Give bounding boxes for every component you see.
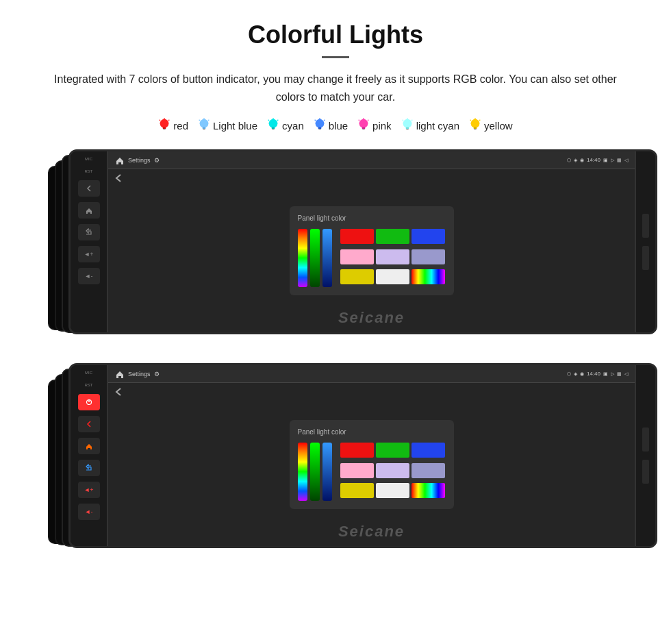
vol-up-b[interactable]: ◄+ (78, 482, 100, 498)
svg-rect-7 (203, 127, 206, 129)
svg-line-4 (160, 120, 160, 121)
return-b-icon (85, 464, 93, 472)
right-tab-1 (642, 214, 649, 238)
screen-icon: ▦ (617, 158, 622, 163)
svg-point-30 (403, 119, 412, 128)
svg-line-40 (470, 120, 471, 121)
svg-line-34 (402, 120, 403, 121)
vol-down-button[interactable]: ◄- (78, 268, 100, 284)
home-button-b[interactable] (78, 438, 100, 454)
swatch-b-yellow[interactable] (340, 483, 374, 498)
return-icon (85, 228, 93, 236)
swatch-b-rainbow[interactable] (412, 483, 445, 498)
cyan-bulb-icon (267, 118, 279, 133)
main-device-bottom: MIC RST (68, 363, 657, 548)
screen-content-top: Panel light color (108, 169, 635, 332)
svg-rect-25 (362, 127, 366, 129)
status-icons-right: ⬡ ◈ ◉ 14:40 ▣ ▷ ▦ ◁ (567, 157, 628, 163)
nav-back-icon (114, 173, 123, 183)
home-button[interactable] (78, 202, 100, 219)
svg-rect-38 (474, 129, 477, 129)
back-button-b[interactable] (78, 416, 100, 432)
swatch-b-green[interactable] (376, 443, 409, 458)
color-label-pink: pink (372, 120, 392, 132)
wifi-icon: ◈ (574, 158, 577, 163)
color-item-pink: pink (357, 118, 392, 133)
screen-main: Settings ⚙ ⬡ ◈ ◉ 14:40 ▣ ▷ ▦ (108, 151, 635, 332)
back-nav-arrow[interactable] (114, 173, 123, 186)
back-button[interactable] (78, 180, 100, 197)
back-arrow-icon (85, 184, 93, 193)
lightblue-bulb-icon (198, 118, 210, 133)
vol-up-b-icon: ◄+ (84, 486, 93, 493)
mic-label-b: MIC (85, 371, 92, 375)
color-item-lightcyan: light cyan (401, 118, 459, 133)
top-device-group: MIC RST ◄+ (14, 149, 657, 348)
gps-icon: ◉ (580, 158, 584, 163)
status-icons-b: ⬡ ◈ ◉ 14:40 ▣ ▷ ▦ ◁ (567, 371, 628, 377)
color-item-yellow: yellow (469, 118, 513, 133)
tune-b-icon: ⚙ (154, 371, 160, 377)
right-tab-2 (642, 246, 649, 270)
lightcyan-bulb-icon (401, 118, 414, 133)
svg-rect-31 (405, 127, 409, 129)
red-bulb-icon (158, 118, 170, 133)
nav-back-b-icon (114, 387, 123, 397)
vol-up-button[interactable]: ◄+ (78, 246, 100, 262)
time-display: 14:40 (587, 157, 600, 163)
scr-b-icon: ▦ (617, 371, 622, 377)
svg-point-0 (160, 119, 169, 128)
swatch-lavender[interactable] (376, 249, 409, 264)
panel-light-ui: Panel light color (290, 206, 454, 295)
right-tab-b1 (642, 428, 649, 451)
svg-line-41 (479, 120, 480, 121)
svg-point-6 (200, 119, 209, 128)
back-nav-arrow-b[interactable] (114, 387, 123, 399)
screen-content-bottom: Panel light color (108, 383, 635, 546)
swatch-blue[interactable] (412, 229, 445, 244)
settings-label-b: Settings (128, 371, 151, 377)
vol-down-b[interactable]: ◄- (78, 504, 100, 520)
android-back-button[interactable] (78, 224, 100, 240)
home-icon (85, 206, 93, 214)
swatch-b-pink[interactable] (340, 463, 374, 478)
right-button-panel-bottom (635, 365, 655, 546)
page-container: Colorful Lights Integrated with 7 colors… (0, 0, 671, 584)
vol-icon: ▷ (611, 158, 614, 163)
yellow-bulb-icon (469, 118, 481, 133)
return-button-b[interactable] (78, 460, 100, 476)
swatch-b-red[interactable] (340, 443, 374, 458)
back-arrow-b-icon (85, 420, 93, 428)
color-label-lightblue: Light blue (213, 120, 257, 132)
swatch-white[interactable] (376, 269, 409, 284)
panel-ui-title-b: Panel light color (298, 428, 446, 436)
mic-label: MIC (85, 157, 92, 161)
bt-b-icon: ⬡ (567, 371, 571, 377)
swatch-b-blue[interactable] (412, 443, 445, 458)
swatch-yellow[interactable] (340, 269, 374, 284)
power-button-colored[interactable] (78, 394, 100, 410)
swatch-red[interactable] (340, 229, 374, 244)
svg-line-28 (359, 120, 359, 121)
svg-line-17 (277, 120, 278, 121)
blue-bar-b (322, 443, 332, 501)
swatch-muted-blue[interactable] (412, 249, 445, 264)
color-item-lightblue: Light blue (198, 118, 257, 133)
swatch-green[interactable] (376, 229, 409, 244)
svg-line-23 (324, 120, 325, 121)
color-label-yellow: yellow (484, 120, 513, 132)
swatch-b-white[interactable] (376, 483, 409, 498)
home-nav-b-icon (115, 369, 125, 379)
swatch-b-muted[interactable] (412, 463, 445, 478)
svg-point-24 (359, 119, 368, 128)
swatch-pink[interactable] (340, 249, 374, 264)
cam-b-icon: ▣ (603, 371, 608, 377)
section-divider (14, 356, 657, 363)
tune-icon: ⚙ (154, 157, 160, 164)
color-bars-b (298, 443, 332, 501)
swatch-rainbow[interactable] (412, 269, 445, 284)
svg-rect-14 (272, 129, 275, 129)
green-bar-b (310, 443, 320, 501)
stacked-devices-bottom: MIC RST (14, 363, 657, 562)
swatch-b-lavender[interactable] (376, 463, 409, 478)
